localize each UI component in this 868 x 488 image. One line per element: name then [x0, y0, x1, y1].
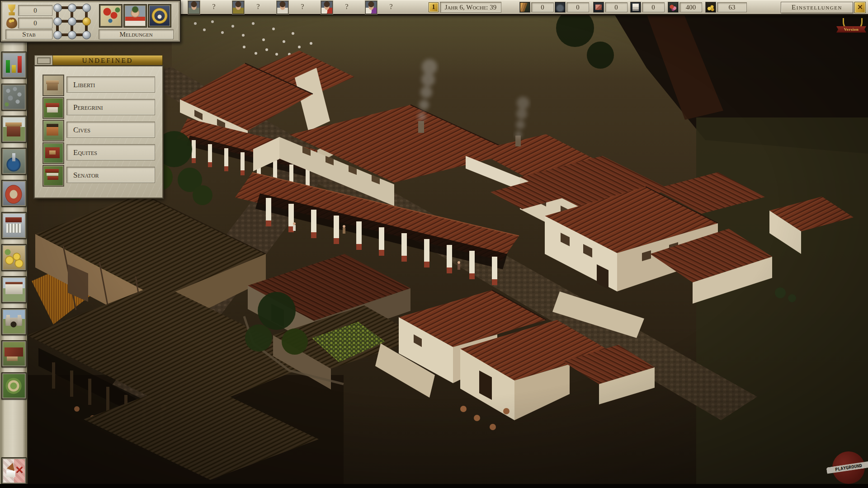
- sidebar-item-fortification[interactable]: [1, 308, 27, 335]
- silver-coin-node[interactable]: [82, 4, 91, 12]
- date-display: Jahr 6, Woche: 39: [440, 2, 501, 13]
- cives-house-icon: [42, 120, 64, 141]
- population-label: Peregrini: [66, 99, 155, 115]
- advisor-status-box: ?: [201, 2, 226, 12]
- advisor-portrait-icon[interactable]: [188, 1, 200, 14]
- version-ribbon: Version: [836, 26, 866, 33]
- coin-count: 0: [18, 18, 52, 28]
- trophy-icon: [6, 5, 17, 15]
- app-root: ? ? ? ? ? 1 Jahr 6, Woche: 39 0 0 0 0 40…: [0, 0, 868, 488]
- advisor-portrait-icon[interactable]: [365, 1, 377, 14]
- panel-title: UNDEFINED: [52, 55, 163, 66]
- advisor-status-box: ?: [290, 2, 315, 12]
- gold-icon: [706, 2, 716, 12]
- population-row-peregrini[interactable]: Peregrini: [35, 97, 162, 117]
- garden-icon: [3, 374, 25, 398]
- advisor-portrait-icon[interactable]: [277, 1, 288, 14]
- population-label: Cives: [66, 122, 155, 138]
- letterbox-bar: [0, 484, 868, 488]
- brick-icon: [594, 2, 604, 12]
- build-sidebar: [0, 38, 28, 484]
- advisor-status-text: ?: [212, 3, 215, 10]
- marble-count: 0: [642, 2, 665, 12]
- silver-coin-node[interactable]: [68, 4, 76, 12]
- silver-coin-node[interactable]: [53, 17, 62, 26]
- panel-body: Liberti Peregrini Cives Equites Senator: [34, 66, 163, 198]
- sidebar-item-housing[interactable]: [1, 116, 27, 143]
- senator-villa-icon: [42, 165, 64, 187]
- sidebar-item-statistics[interactable]: [1, 52, 27, 79]
- coin-pouch-icon: [6, 18, 17, 28]
- iron-count: 0: [566, 2, 589, 12]
- population-row-equites[interactable]: Equites: [35, 142, 162, 162]
- sidebar-item-industry[interactable]: [1, 276, 27, 303]
- sidebar-item-religion[interactable]: [1, 212, 27, 239]
- stab-label: Stab: [5, 29, 52, 39]
- version-badge: Version: [836, 17, 866, 39]
- demolish-icon: [3, 459, 25, 483]
- advisor-portrait-icon[interactable]: [232, 1, 244, 14]
- population-row-liberti[interactable]: Liberti: [35, 75, 162, 94]
- barn-icon: [3, 342, 25, 366]
- silver-coin-node[interactable]: [53, 31, 62, 39]
- sidebar-item-entertainment[interactable]: [1, 180, 27, 207]
- greek-key-icon: [34, 55, 53, 66]
- fountain-icon: [3, 150, 25, 173]
- population-label: Liberti: [66, 76, 155, 93]
- advisor-status-box: ?: [378, 2, 404, 12]
- bar-chart-icon: [3, 53, 25, 77]
- close-button[interactable]: ✕: [854, 2, 866, 13]
- laurel-medal-icon[interactable]: [148, 5, 171, 27]
- iron-icon: [555, 2, 565, 12]
- version-text: Version: [844, 27, 859, 32]
- advisor-status-text: ?: [345, 3, 348, 10]
- house-icon: [3, 117, 25, 141]
- advisor-status-text: ?: [301, 3, 304, 10]
- construction-icon: [3, 278, 25, 301]
- coin-network-grid[interactable]: [53, 4, 96, 39]
- sidebar-item-roads[interactable]: [1, 84, 27, 111]
- cobblestone-icon: [3, 85, 25, 109]
- silver-coin-node[interactable]: [53, 4, 62, 12]
- sidebar-item-water[interactable]: [1, 148, 27, 175]
- silver-coin-node[interactable]: [68, 31, 76, 39]
- temple-icon: [3, 214, 25, 237]
- equites-villa-icon: [42, 142, 64, 164]
- advisor-status-box: ?: [245, 2, 271, 12]
- sidebar-item-farming[interactable]: [1, 340, 27, 367]
- gold-count: 63: [717, 2, 747, 12]
- population-panel: UNDEFINED Liberti Peregrini Cives Equite…: [34, 55, 162, 197]
- liberti-hut-icon: [42, 75, 64, 96]
- empire-map-icon[interactable]: [99, 5, 122, 27]
- meldungen-label: Meldungen: [99, 29, 174, 39]
- sidebar-item-market[interactable]: [1, 244, 27, 271]
- game-speed-badge[interactable]: 1: [429, 2, 439, 12]
- population-row-cives[interactable]: Cives: [35, 120, 162, 140]
- population-label: Equites: [66, 144, 155, 160]
- peregrini-house-icon: [42, 97, 64, 119]
- silver-coin-node[interactable]: [82, 31, 91, 39]
- advisor-portrait-icon[interactable]: [321, 1, 333, 14]
- food-icon: [668, 2, 678, 12]
- sidebar-item-decoration[interactable]: [1, 372, 27, 399]
- arena-icon: [3, 182, 25, 205]
- studio-watermark: PLAYGROUND: [830, 450, 868, 487]
- advisor-status-text: ?: [389, 3, 392, 10]
- marble-icon: [631, 2, 641, 12]
- gold-coin-node[interactable]: [82, 17, 91, 26]
- stab-panel: 0 0 Stab Meldungen: [0, 0, 181, 42]
- advisor-status-text: ?: [256, 3, 259, 10]
- food-count: 400: [679, 2, 702, 12]
- city-gate-icon: [3, 310, 25, 333]
- advisor-status-box: ?: [334, 2, 359, 12]
- silver-coin-node[interactable]: [68, 17, 76, 26]
- emperor-portrait-icon[interactable]: [124, 5, 146, 27]
- population-row-senator[interactable]: Senator: [35, 165, 162, 185]
- settings-button[interactable]: Einstellungen: [781, 2, 853, 13]
- population-label: Senator: [66, 167, 155, 183]
- wood-count: 0: [531, 2, 554, 12]
- sidebar-item-demolish[interactable]: [1, 457, 27, 484]
- date-text: Jahr 6, Woche: 39: [445, 4, 497, 11]
- brick-count: 0: [605, 2, 627, 12]
- wood-icon: [520, 2, 530, 12]
